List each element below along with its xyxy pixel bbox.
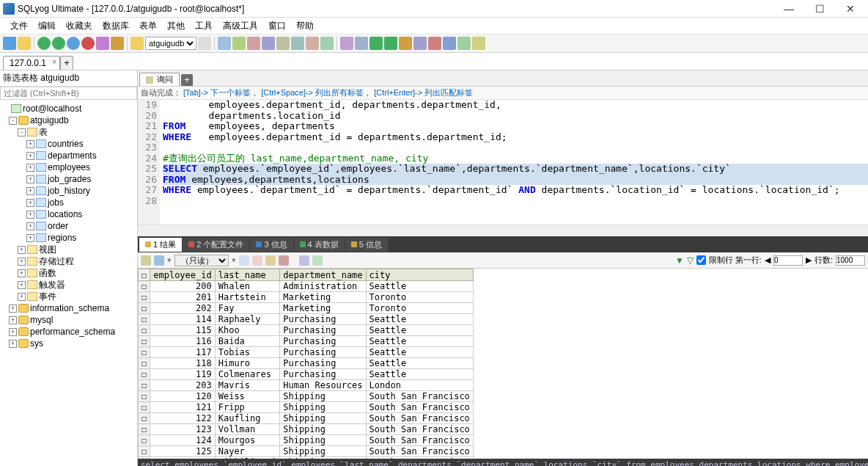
tool-icon-9[interactable] [306, 37, 319, 50]
expand-icon[interactable]: + [26, 222, 34, 230]
cell[interactable]: Baida [215, 336, 279, 347]
expand-icon[interactable]: + [9, 305, 17, 313]
cell[interactable]: South San Francisco [366, 402, 473, 413]
cell[interactable]: Tobias [215, 347, 279, 358]
tree-db-performance_schema[interactable]: +performance_schema [0, 326, 137, 338]
cell[interactable]: Marketing [280, 303, 366, 314]
cell[interactable]: 203 [150, 380, 215, 391]
cell[interactable]: Fripp [215, 402, 279, 413]
tree-table-order[interactable]: +order [0, 220, 137, 232]
cell[interactable]: Purchasing [280, 336, 366, 347]
tree-folder-触发器[interactable]: +触发器 [0, 279, 137, 291]
delete-icon[interactable] [279, 255, 289, 266]
tool-icon-12[interactable] [355, 37, 368, 50]
cell[interactable]: Seattle [366, 281, 473, 292]
result-grid-wrap[interactable]: ☐employee_idlast_namedepartment_namecity… [138, 269, 868, 459]
expand-icon[interactable]: + [26, 234, 34, 242]
tool-icon-13[interactable] [369, 37, 383, 50]
expand-icon[interactable]: + [26, 164, 34, 172]
expand-icon[interactable]: + [9, 328, 17, 336]
cell[interactable]: Hartstein [215, 292, 279, 303]
tool-icon-17[interactable] [428, 37, 441, 50]
tool-icon-20[interactable] [472, 37, 485, 50]
cell[interactable]: Shipping [280, 391, 366, 402]
cell[interactable]: Seattle [366, 358, 473, 369]
database-selector[interactable]: atguigudb [145, 37, 196, 50]
cell[interactable]: Raphaely [215, 314, 279, 325]
tree-table-regions[interactable]: +regions [0, 232, 137, 244]
new-conn-icon[interactable] [3, 37, 16, 50]
row-checkbox[interactable]: ☐ [139, 369, 150, 380]
menu-高级工具[interactable]: 高级工具 [223, 20, 258, 32]
rows-input[interactable] [836, 255, 865, 266]
expand-icon[interactable]: + [9, 316, 17, 324]
tree-table-countries[interactable]: +countries [0, 138, 137, 150]
text-view-icon[interactable] [312, 255, 323, 266]
cell[interactable]: Seattle [366, 325, 473, 336]
limit-checkbox[interactable] [696, 255, 706, 265]
menu-文件[interactable]: 文件 [10, 20, 28, 32]
cell[interactable]: Seattle [366, 336, 473, 347]
tool-icon-18[interactable] [443, 37, 456, 50]
expand-icon[interactable]: + [26, 175, 34, 183]
cell[interactable]: 117 [150, 347, 215, 358]
result-grid[interactable]: ☐employee_idlast_namedepartment_namecity… [138, 269, 474, 459]
tool-icon-3[interactable] [218, 37, 231, 50]
result-tab[interactable]: 3 信息 [250, 238, 293, 252]
menu-帮助[interactable]: 帮助 [296, 20, 314, 32]
expand-icon[interactable]: + [26, 187, 34, 195]
add-query-tab[interactable]: + [181, 74, 193, 86]
cell[interactable]: 201 [150, 292, 215, 303]
cell[interactable]: Toronto [366, 292, 473, 303]
new-query-icon[interactable] [18, 37, 31, 50]
cell[interactable]: 202 [150, 303, 215, 314]
tool-icon-10[interactable] [320, 37, 334, 50]
tree-db-information_schema[interactable]: +information_schema [0, 302, 137, 314]
row-checkbox[interactable]: ☐ [139, 347, 150, 358]
cell[interactable]: 119 [150, 369, 215, 380]
close-tab-icon[interactable]: × [52, 58, 56, 66]
tool-icon-14[interactable] [384, 37, 397, 50]
cell[interactable]: Toronto [366, 303, 473, 314]
tool-icon-5[interactable] [247, 37, 260, 50]
tree-folder-视图[interactable]: +视图 [0, 244, 137, 255]
table-row[interactable]: ☐201HartsteinMarketingToronto [139, 292, 474, 303]
tree-db-sys[interactable]: +sys [0, 338, 137, 349]
expand-icon[interactable]: + [18, 269, 26, 277]
cell[interactable]: 116 [150, 336, 215, 347]
query-tab[interactable]: 询问 [139, 73, 180, 86]
editor-scrollbar[interactable] [138, 225, 868, 236]
cell[interactable]: Seattle [366, 314, 473, 325]
execute-all-icon[interactable] [52, 37, 65, 50]
cell[interactable]: Shipping [280, 435, 366, 446]
result-tab[interactable]: 5 信息 [345, 238, 388, 252]
filter-clear-icon[interactable]: ▽ [687, 255, 694, 266]
cell[interactable]: Purchasing [280, 314, 366, 325]
cell[interactable]: Weiss [215, 391, 279, 402]
row-checkbox[interactable]: ☐ [139, 314, 150, 325]
table-row[interactable]: ☐125NayerShippingSouth San Francisco [139, 446, 474, 457]
row-checkbox[interactable]: ☐ [139, 292, 150, 303]
tool-icon-7[interactable] [276, 37, 290, 50]
cell[interactable]: Seattle [366, 369, 473, 380]
first-row-next[interactable]: ▶ [806, 255, 812, 265]
tree-table-job_history[interactable]: +job_history [0, 185, 137, 197]
grid-icon[interactable] [141, 255, 151, 266]
expand-icon[interactable]: + [26, 211, 34, 219]
save-icon[interactable] [265, 255, 276, 266]
result-tab[interactable]: 4 表数据 [294, 238, 345, 252]
row-checkbox[interactable]: ☐ [139, 391, 150, 402]
cell[interactable]: 114 [150, 314, 215, 325]
table-row[interactable]: ☐203MavrisHuman ResourcesLondon [139, 380, 474, 391]
table-row[interactable]: ☐122KauflingShippingSouth San Francisco [139, 413, 474, 424]
cell[interactable]: Seattle [366, 347, 473, 358]
tree-table-jobs[interactable]: +jobs [0, 197, 137, 208]
cell[interactable]: 122 [150, 413, 215, 424]
menu-窗口[interactable]: 窗口 [268, 20, 286, 32]
tool-icon-15[interactable] [399, 37, 412, 50]
tree-folder-函数[interactable]: +函数 [0, 267, 137, 279]
cell[interactable]: South San Francisco [366, 413, 473, 424]
tool-icon-19[interactable] [457, 37, 471, 50]
connection-tab[interactable]: 127.0.0.1 × [3, 56, 60, 70]
tree-tables-folder[interactable]: -表 [0, 126, 137, 138]
